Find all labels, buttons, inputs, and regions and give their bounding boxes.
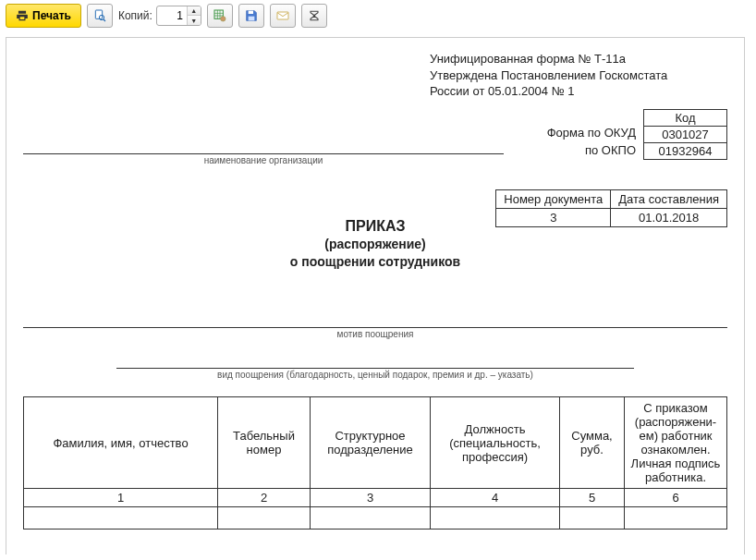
table-colnum: 3 [311,489,431,507]
table-colnum: 6 [625,489,727,507]
printer-icon [16,9,29,22]
envelope-icon [275,8,290,23]
sigma-icon [307,8,322,23]
table-header: Должность (специальность, профессия) [431,397,560,489]
title-line-2: (распоряжение) [23,236,727,253]
org-underline [23,152,504,154]
form-note: Унифицированная форма № Т-11а Утверждена… [430,51,727,100]
form-note-line: Унифицированная форма № Т-11а [430,51,727,67]
table-settings-button[interactable] [207,4,233,28]
spinner-down[interactable]: ▼ [188,16,201,26]
table-colnum: 4 [431,489,560,507]
motive-underline [23,326,727,328]
motive-block: мотив поощрения [23,326,727,339]
toolbar: Печать Копий: ▲ ▼ [0,0,756,31]
magnifier-page-icon [92,8,107,23]
send-mail-button[interactable] [270,4,296,28]
table-row [24,507,727,530]
table-header-row: Фамилия, имя, отчество Табельный номер С… [24,397,727,489]
title-line-3: о поощрении сотрудников [23,253,727,271]
svg-rect-10 [248,17,254,21]
kind-caption: вид поощрения (благодарность, ценный под… [23,370,727,380]
kind-block: вид поощрения (благодарность, ценный под… [23,367,727,380]
table-header: С приказом (распоряжени-ем) работник озн… [625,397,727,489]
grid-gear-icon [213,8,227,23]
copies-group: Копий: ▲ ▼ [118,6,201,26]
doc-num-value: 3 [496,208,611,226]
form-note-line: Утверждена Постановлением Госкомстата [430,67,727,84]
doc-date-header: Дата составления [611,189,727,208]
table-number-row: 1 2 3 4 5 6 [24,489,727,507]
floppy-icon [244,8,259,23]
copies-input[interactable] [157,9,187,22]
table-header: Структурное подразделение [311,397,431,489]
svg-point-8 [220,17,225,21]
save-button[interactable] [238,4,264,28]
preview-button[interactable] [87,4,113,28]
doc-num-header: Номер документа [496,189,611,208]
kind-underline [116,367,634,369]
main-table: Фамилия, имя, отчество Табельный номер С… [23,396,727,530]
svg-rect-9 [248,11,252,14]
table-colnum: 5 [560,489,625,507]
table-header: Табельный номер [218,397,311,489]
codes-header: Код [644,109,727,126]
print-label: Печать [32,9,71,22]
svg-rect-11 [277,12,288,19]
table-colnum: 1 [24,489,218,507]
okpo-label: по ОКПО [547,141,636,160]
org-caption: наименование организации [23,155,504,165]
spinner-up[interactable]: ▲ [188,6,201,16]
table-header: Фамилия, имя, отчество [24,397,218,489]
table-header: Сумма, руб. [560,397,625,489]
okud-label: Форма по ОКУД [547,124,636,142]
okud-value: 0301027 [644,126,727,142]
svg-line-2 [104,19,105,21]
codes-table: Код 0301027 01932964 [643,109,727,160]
form-note-line: России от 05.01.2004 № 1 [430,83,727,100]
sum-button[interactable] [301,4,327,28]
org-block: наименование организации [23,152,504,165]
document-page: Унифицированная форма № Т-11а Утверждена… [6,37,745,554]
copies-spinner[interactable]: ▲ ▼ [156,6,201,26]
doc-date-value: 01.01.2018 [611,208,727,226]
table-colnum: 2 [218,489,311,507]
copies-label: Копий: [118,9,152,22]
motive-caption: мотив поощрения [23,329,727,339]
print-button[interactable]: Печать [6,4,81,28]
okpo-value: 01932964 [644,142,727,159]
